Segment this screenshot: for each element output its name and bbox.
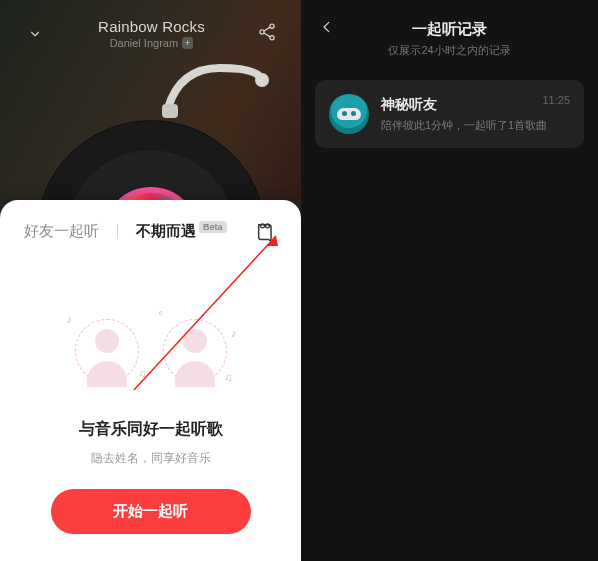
player-header: Rainbow Rocks Daniel Ingram + xyxy=(0,0,301,67)
tonearm-graphic xyxy=(160,60,270,120)
svg-point-1 xyxy=(260,29,264,33)
sheet-subtitle: 隐去姓名，同享好音乐 xyxy=(24,450,277,467)
tab-divider xyxy=(117,224,118,239)
avatar-slot-1: ♪ ♫ xyxy=(75,319,139,383)
track-title: Rainbow Rocks xyxy=(46,18,257,35)
avatar-slot-2: ° ♪ ♫ xyxy=(163,319,227,383)
music-note-icon: ° xyxy=(159,309,163,321)
history-card-subtitle: 陪伴彼此1分钟，一起听了1首歌曲 xyxy=(381,118,570,133)
artist-follow-icon[interactable]: + xyxy=(182,37,193,49)
player-screen: Rainbow Rocks Daniel Ingram + 好友一起听 xyxy=(0,0,301,561)
track-artist-name: Daniel Ingram xyxy=(110,37,178,49)
anonymous-avatars: ♪ ♫ ° ♪ ♫ xyxy=(24,287,277,415)
history-title: 一起听记录 xyxy=(319,20,580,39)
svg-point-2 xyxy=(270,35,274,39)
sheet-title: 与音乐同好一起听歌 xyxy=(24,419,277,440)
music-note-icon: ♫ xyxy=(138,367,146,379)
svg-point-3 xyxy=(255,73,269,87)
track-artist: Daniel Ingram + xyxy=(46,37,257,49)
track-title-block: Rainbow Rocks Daniel Ingram + xyxy=(46,18,257,49)
svg-point-5 xyxy=(261,224,265,228)
svg-point-6 xyxy=(265,224,269,228)
svg-rect-4 xyxy=(162,104,178,118)
player-top: Rainbow Rocks Daniel Ingram + xyxy=(0,0,301,200)
start-listen-together-button[interactable]: 开始一起听 xyxy=(51,489,251,534)
mask-icon xyxy=(337,108,361,120)
listen-history-screen: 一起听记录 仅展示24小时之内的记录 神秘听友 陪伴彼此1分钟，一起听了1首歌曲… xyxy=(301,0,598,561)
history-card-time: 11:25 xyxy=(542,94,570,106)
history-card[interactable]: 神秘听友 陪伴彼此1分钟，一起听了1首歌曲 11:25 xyxy=(315,80,584,148)
svg-point-0 xyxy=(270,24,274,28)
back-button[interactable] xyxy=(315,20,339,44)
music-note-icon: ♪ xyxy=(67,313,73,325)
listen-together-sheet: 好友一起听 不期而遇Beta ♪ ♫ xyxy=(0,200,301,561)
music-note-icon: ♪ xyxy=(231,327,237,339)
mystery-listener-avatar xyxy=(329,94,369,134)
tab-random-label: 不期而遇 xyxy=(136,222,196,239)
beta-badge: Beta xyxy=(199,221,227,233)
share-button[interactable] xyxy=(257,22,277,46)
sheet-tabs: 好友一起听 不期而遇Beta xyxy=(24,222,277,241)
music-note-icon: ♫ xyxy=(224,371,232,383)
collapse-player-button[interactable] xyxy=(24,23,46,45)
tab-random-encounter[interactable]: 不期而遇Beta xyxy=(136,222,227,241)
listen-history-button[interactable] xyxy=(255,222,277,244)
history-subtitle: 仅展示24小时之内的记录 xyxy=(319,43,580,58)
tab-friends[interactable]: 好友一起听 xyxy=(24,222,99,241)
history-header: 一起听记录 仅展示24小时之内的记录 xyxy=(301,0,598,68)
